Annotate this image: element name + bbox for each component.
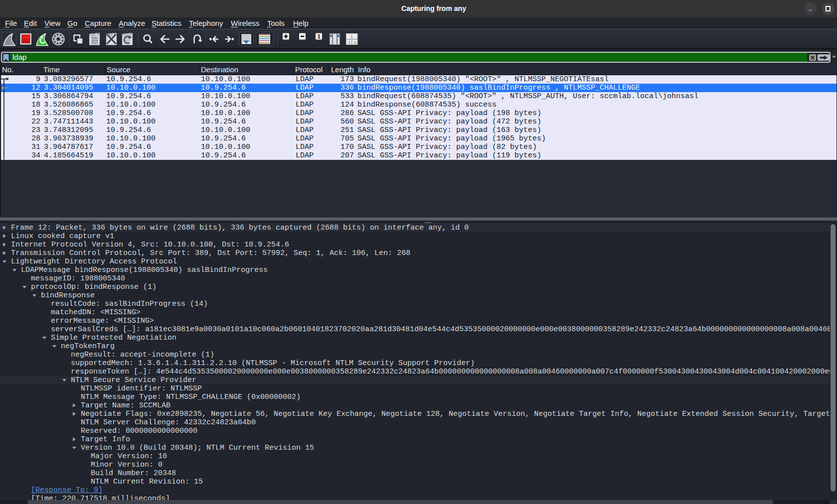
- svg-text:3: 3: [354, 40, 356, 45]
- svg-text:2: 2: [348, 40, 350, 45]
- svg-text:1: 1: [318, 33, 321, 39]
- svg-text:0111: 0111: [92, 42, 98, 45]
- svg-text:1: 1: [350, 34, 353, 39]
